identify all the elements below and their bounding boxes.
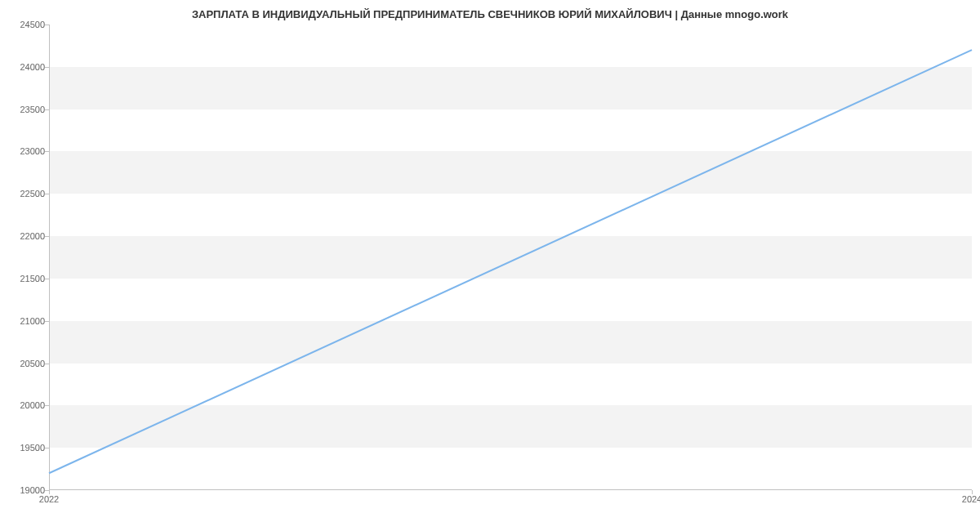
y-axis-label: 20500	[20, 359, 45, 368]
y-axis-label: 22000	[20, 231, 45, 241]
x-axis-label: 2022	[39, 494, 59, 504]
plot-area: 1900019500200002050021000215002200022500…	[49, 25, 972, 490]
chart-title: ЗАРПЛАТА В ИНДИВИДУАЛЬНЫЙ ПРЕДПРИНИМАТЕЛ…	[0, 8, 980, 20]
y-axis-label: 23500	[20, 105, 45, 114]
y-axis-label: 24000	[20, 62, 45, 72]
y-axis-label: 21500	[20, 274, 45, 283]
y-axis-label: 23000	[20, 146, 45, 156]
y-axis-label: 19500	[20, 443, 45, 453]
y-tick	[45, 448, 49, 448]
y-axis-label: 24500	[20, 20, 45, 29]
y-tick	[45, 405, 49, 406]
y-tick	[45, 279, 49, 279]
y-tick	[45, 25, 49, 25]
y-tick	[45, 236, 49, 237]
y-tick	[45, 194, 49, 194]
y-axis-label: 20000	[20, 400, 45, 410]
y-tick	[45, 109, 49, 110]
x-axis-label: 2024	[962, 494, 980, 504]
y-axis-label: 21000	[20, 316, 45, 326]
y-axis-label: 22500	[20, 189, 45, 199]
chart-line-svg	[49, 25, 972, 490]
data-line	[49, 50, 972, 473]
y-tick	[45, 321, 49, 322]
y-tick	[45, 67, 49, 68]
y-tick	[45, 151, 49, 152]
y-tick	[45, 364, 49, 364]
